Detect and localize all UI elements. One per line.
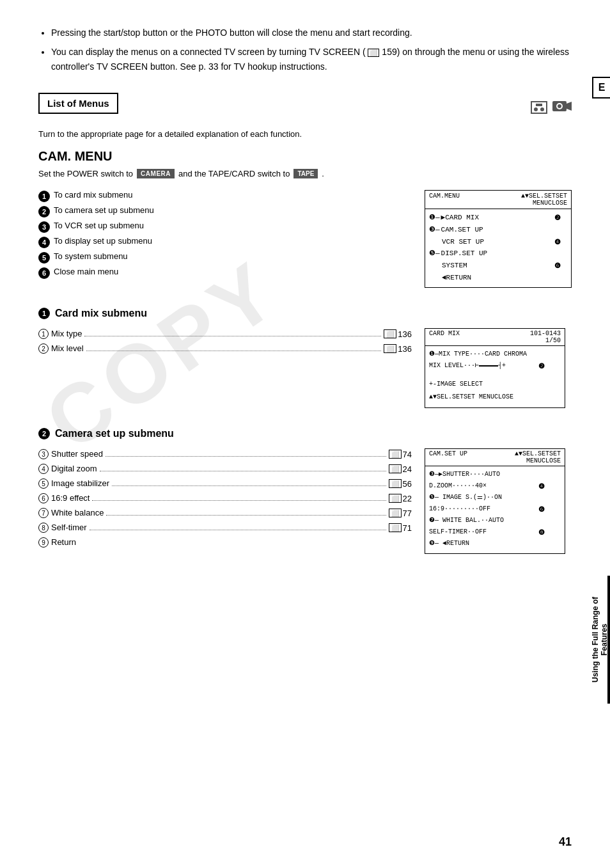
card-mix-item-2: 2 Mix level ⬜ 136 — [38, 343, 412, 354]
card-mix-diag-line-1: ❶—MIX TYPE····CARD CHROMA — [429, 349, 545, 360]
intro-bullets: Pressing the start/stop button or the PH… — [38, 26, 572, 74]
camera-setup-layout: 3 Shutter speed ⬜ 74 4 — [38, 448, 572, 554]
cam-setup-box: CAM.SET UP ▲▼SEL.SETSET MENUCLOSE ❸—▶SHU… — [425, 448, 565, 554]
cam-menu-item-1: 1 To card mix submenu — [38, 190, 412, 202]
card-mix-footer: +-IMAGE SELECT ▲▼SEL.SETSET MENUCLOSE — [429, 378, 545, 404]
cam-setup-diagram: CAM.SET UP ▲▼SEL.SETSET MENUCLOSE ❸—▶SHU… — [425, 448, 572, 554]
camera-setup-header: 2 Camera set up submenu — [38, 427, 572, 439]
cam-setup-diagram-body: ❸—▶SHUTTER····AUTO D.ZOOM······40× ❹ ❺— … — [425, 466, 565, 553]
cam-menu-list: 1 To card mix submenu 2 To camera set up… — [38, 190, 412, 288]
setup-line-9: ❾— ◄RETURN — [429, 538, 545, 549]
card-mix-header: 1 Card mix submenu — [38, 307, 572, 319]
page-number: 41 — [559, 835, 572, 849]
cam-menu-item-5: 5 To system submenu — [38, 251, 412, 264]
diag-line-2: ❸— CAM.SET UP — [429, 224, 548, 236]
tape-badge: TAPE — [293, 169, 318, 178]
cam-setup-diagram-header: CAM.SET UP ▲▼SEL.SETSET MENUCLOSE — [425, 449, 565, 466]
cam-menu-diagram-header: CAM.MENU ▲▼SEL.SETSET MENUCLOSE — [425, 191, 571, 209]
camera-setup-section: 2 Camera set up submenu 3 Shutter speed … — [38, 427, 572, 554]
tape-card-text: and the TAPE/CARD switch to — [178, 169, 290, 178]
intro-bullet-1: Pressing the start/stop button or the PH… — [51, 26, 572, 40]
tape-icon — [531, 101, 547, 114]
card-mix-section: 1 Card mix submenu 1 Mix type ⬜ — [38, 307, 572, 408]
power-switch-text: Set the POWER switch to — [38, 169, 133, 178]
diag-line-1: ❶— ▶CARD MIX ❷ — [429, 212, 548, 224]
card-mix-diag-line-2: MIX LEVEL···⊢┤+ ❷ — [429, 360, 545, 372]
e-tab: E — [592, 77, 610, 99]
svg-point-3 — [558, 104, 561, 108]
list-menus-title: List of Menus — [47, 98, 109, 109]
camera-badge: CAMERA — [137, 169, 175, 178]
cam-menu-diagram-body: ❶— ▶CARD MIX ❷ ❸— CAM.SET UP — [425, 209, 571, 287]
camera-setup-item-3: 3 Shutter speed ⬜ 74 — [38, 448, 412, 459]
card-mix-diagram-header: CARD MIX 101-0143 1/50 — [425, 329, 565, 346]
card-mix-diagram: CARD MIX 101-0143 1/50 ❶—MIX TYPE····CAR… — [425, 328, 572, 408]
card-mix-list: 1 Mix type ⬜ 136 2 — [38, 328, 412, 408]
camera-diag-icon — [552, 99, 572, 115]
setup-line-3: ❸—▶SHUTTER····AUTO — [429, 469, 545, 480]
setup-line-4: D.ZOOM······40× ❹ — [429, 480, 545, 492]
cam-menu-item-2: 2 To camera set up submenu — [38, 205, 412, 217]
card-mix-box: CARD MIX 101-0143 1/50 ❶—MIX TYPE····CAR… — [425, 328, 565, 408]
card-mix-layout: 1 Mix type ⬜ 136 2 — [38, 328, 572, 408]
camera-setup-item-4: 4 Digital zoom ⬜ 24 — [38, 463, 412, 474]
power-switch-line: Set the POWER switch to CAMERA and the T… — [38, 169, 572, 178]
setup-line-6: 16:9·········OFF ❻ — [429, 503, 545, 515]
cam-menu-item-4: 4 To display set up submenu — [38, 236, 412, 248]
list-menus-subtitle: Turn to the appropriate page for a detai… — [38, 129, 572, 139]
cam-menu-title: CAM. MENU — [38, 149, 572, 164]
setup-line-8: SELF-TIMER··OFF ❽ — [429, 526, 545, 538]
cam-menu-item-6: 6 Close main menu — [38, 267, 412, 279]
diag-line-4: ❺— DISP.SET UP — [429, 248, 548, 260]
setup-line-5: ❺— IMAGE S.(⚌)··ON — [429, 492, 545, 503]
camera-setup-item-7: 7 White balance ⬜ 77 — [38, 507, 412, 518]
list-menus-box: List of Menus — [38, 93, 118, 114]
cam-menu-layout: 1 To card mix submenu 2 To camera set up… — [38, 190, 572, 288]
camera-setup-item-6: 6 16:9 effect ⬜ 22 — [38, 493, 412, 503]
camera-setup-item-5: 5 Image stabilizer ⬜ 56 — [38, 478, 412, 489]
diag-line-6: ◄RETURN — [429, 272, 548, 284]
cam-menu-diagram-box: CAM.MENU ▲▼SEL.SETSET MENUCLOSE ❶— ▶CARD… — [425, 190, 572, 288]
side-label: Using the Full Range of Features — [592, 576, 610, 704]
camera-setup-list: 3 Shutter speed ⬜ 74 4 — [38, 448, 412, 554]
menu-icons — [531, 99, 572, 115]
cam-menu-item-3: 3 To VCR set up submenu — [38, 221, 412, 233]
setup-line-7: ❼— WHITE BAL.··AUTO — [429, 515, 545, 526]
diag-line-5: SYSTEM ❻ — [429, 260, 548, 272]
card-mix-item-1: 1 Mix type ⬜ 136 — [38, 328, 412, 339]
card-mix-diagram-body: ❶—MIX TYPE····CARD CHROMA MIX LEVEL···⊢┤… — [425, 346, 565, 407]
diag-line-3: VCR SET UP ❹ — [429, 236, 548, 248]
svg-marker-1 — [567, 102, 572, 111]
intro-bullet-2: You can display the menus on a connected… — [51, 45, 572, 74]
cam-menu-diagram: CAM.MENU ▲▼SEL.SETSET MENUCLOSE ❶— ▶CARD… — [425, 190, 572, 288]
camera-setup-item-8: 8 Self-timer ⬜ 71 — [38, 522, 412, 533]
camera-setup-item-9: 9 Return — [38, 537, 412, 548]
